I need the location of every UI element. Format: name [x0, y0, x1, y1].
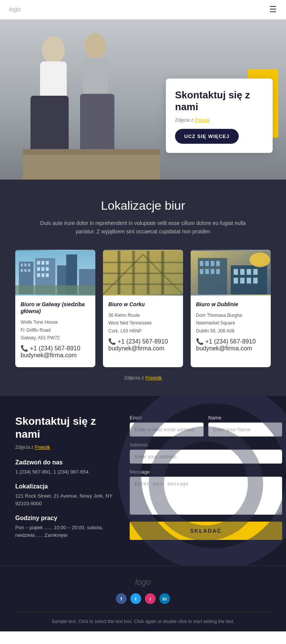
svg-rect-49 — [211, 269, 215, 274]
office-image-cork — [103, 250, 183, 296]
svg-rect-18 — [42, 261, 45, 265]
offices-title: Lokalizacje biur — [15, 199, 271, 213]
location-address: 121 Rock Street, 21 Avenue, Nowy Jork, N… — [15, 492, 114, 507]
contact-section: Skontaktuj się z nami Zdjęcia z Freepik … — [0, 396, 286, 565]
svg-point-60 — [250, 252, 270, 267]
name-label: Name — [208, 415, 282, 421]
contact-photo-link[interactable]: Freepik — [35, 445, 50, 450]
hours-title: Godziny pracy — [15, 515, 114, 522]
email-input[interactable] — [130, 422, 204, 437]
svg-rect-12 — [28, 263, 30, 267]
svg-rect-43 — [200, 261, 204, 266]
address-input[interactable] — [130, 450, 282, 464]
svg-rect-57 — [240, 278, 244, 283]
hero-title: Skontaktuj się z nami — [175, 89, 264, 113]
svg-rect-54 — [247, 269, 251, 275]
cork-building-svg — [103, 250, 183, 296]
svg-rect-10 — [21, 263, 23, 267]
galway-office-name: Biuro w Galway (siedziba główna) — [21, 301, 90, 315]
svg-point-0 — [42, 36, 65, 64]
phone-block: Zadzwoń do nas 1 (234) 567-891, 1 (234) … — [15, 459, 114, 476]
offices-grid: Biuro w Galway (siedziba główna) Wolfe T… — [15, 250, 271, 368]
learn-more-button[interactable]: UCZ SIĘ WIĘCEJ — [175, 129, 239, 144]
svg-rect-55 — [253, 269, 257, 275]
galway-building-svg — [15, 250, 95, 296]
svg-rect-7 — [23, 155, 160, 180]
svg-rect-4 — [83, 58, 108, 100]
message-label: Message — [130, 469, 282, 475]
message-group: Message — [130, 469, 282, 515]
name-group: Name — [208, 415, 282, 437]
header-logo: logo — [9, 6, 21, 13]
hero-photo-link[interactable]: Freepik — [194, 117, 210, 123]
cork-address: 36 Kiehn RouteWest Ned TennesseeCork, L6… — [108, 312, 178, 335]
offices-photo-link[interactable]: Freepik — [145, 375, 162, 381]
galway-address: Wolfe Tone HouseFr Griffin RoadGalway, A… — [21, 318, 90, 342]
offices-photo-credit: Zdjęcia z Freepik — [15, 375, 271, 381]
address-label: Address — [130, 442, 282, 448]
svg-rect-48 — [205, 269, 209, 274]
cork-card-body: Biuro w Corku 36 Kiehn RouteWest Ned Ten… — [103, 296, 183, 360]
email-label: Email — [130, 415, 204, 421]
svg-rect-38 — [103, 262, 183, 263]
hours-block: Godziny pracy Pon – piątek ...... 10:00 … — [15, 515, 114, 539]
linkedin-icon[interactable]: in — [159, 593, 170, 604]
footer: logo f t i in Sample text. Click to sele… — [0, 565, 286, 631]
contact-title: Skontaktuj się z nami — [15, 415, 114, 440]
instagram-icon[interactable]: i — [145, 593, 156, 604]
office-card-galway: Biuro w Galway (siedziba główna) Wolfe T… — [15, 250, 95, 368]
svg-rect-50 — [216, 269, 220, 274]
svg-rect-17 — [37, 261, 40, 265]
svg-rect-25 — [46, 273, 49, 277]
svg-rect-29 — [15, 285, 95, 294]
svg-rect-13 — [21, 269, 23, 272]
svg-rect-46 — [216, 261, 220, 266]
cork-office-name: Biuro w Corku — [108, 301, 178, 308]
hero-illustration — [0, 19, 160, 180]
hours-text: Pon – piątek ...... 10:00 – 20:00, sobot… — [15, 524, 114, 539]
svg-rect-44 — [205, 261, 209, 266]
contact-photo-credit: Zdjęcia z Freepik — [15, 445, 114, 450]
facebook-icon[interactable]: f — [116, 593, 127, 604]
dublin-office-name: Biuro w Dublinie — [196, 301, 265, 308]
address-group: Address — [130, 442, 282, 464]
svg-rect-22 — [46, 267, 49, 271]
twitter-icon[interactable]: t — [130, 593, 141, 604]
form-row-email-name: Email Name — [130, 415, 282, 437]
offices-description: Duis aute irure dolor in reprehenderit i… — [36, 219, 250, 236]
office-image-galway — [15, 250, 95, 296]
svg-rect-58 — [247, 278, 251, 283]
svg-rect-45 — [211, 261, 215, 266]
svg-rect-59 — [253, 278, 257, 283]
location-block: Lokalizacja 121 Rock Street, 21 Avenue, … — [15, 483, 114, 507]
email-group: Email — [130, 415, 204, 437]
svg-rect-15 — [28, 269, 30, 272]
message-textarea[interactable] — [130, 477, 282, 515]
hero-photo-credit: Zdjęcie z Freepik — [175, 117, 264, 123]
svg-rect-24 — [42, 273, 45, 277]
svg-rect-19 — [46, 261, 49, 265]
svg-rect-56 — [234, 278, 238, 283]
svg-rect-21 — [42, 267, 45, 271]
dublin-address: Dom Thomasa BurghaNewmarket SquareDublin… — [196, 312, 265, 335]
phone-title: Zadzwoń do nas — [15, 459, 114, 466]
footer-logo: logo — [15, 577, 271, 587]
svg-rect-39 — [103, 273, 183, 274]
office-card-dublin: Biuro w Dublinie Dom Thomasa BurghaNewma… — [191, 250, 271, 368]
dublin-card-body: Biuro w Dublinie Dom Thomasa BurghaNewma… — [191, 296, 271, 360]
svg-rect-47 — [200, 269, 204, 274]
dublin-building-svg — [191, 250, 271, 296]
hamburger-menu[interactable]: ☰ — [269, 5, 277, 14]
office-image-dublin — [191, 250, 271, 296]
svg-rect-23 — [37, 273, 40, 277]
hero-section: Skontaktuj się z nami Zdjęcie z Freepik … — [0, 19, 286, 180]
submit-button[interactable]: SKŁADAĆ — [130, 522, 282, 540]
galway-card-body: Biuro w Galway (siedziba główna) Wolfe T… — [15, 296, 95, 368]
offices-section: Lokalizacje biur Duis aute irure dolor i… — [0, 180, 286, 396]
svg-rect-53 — [240, 269, 244, 275]
name-input[interactable] — [208, 422, 282, 437]
office-card-cork: Biuro w Corku 36 Kiehn RouteWest Ned Ten… — [103, 250, 183, 368]
svg-point-3 — [85, 33, 106, 59]
social-icons: f t i in — [15, 593, 271, 604]
header: logo ☰ — [0, 0, 286, 19]
